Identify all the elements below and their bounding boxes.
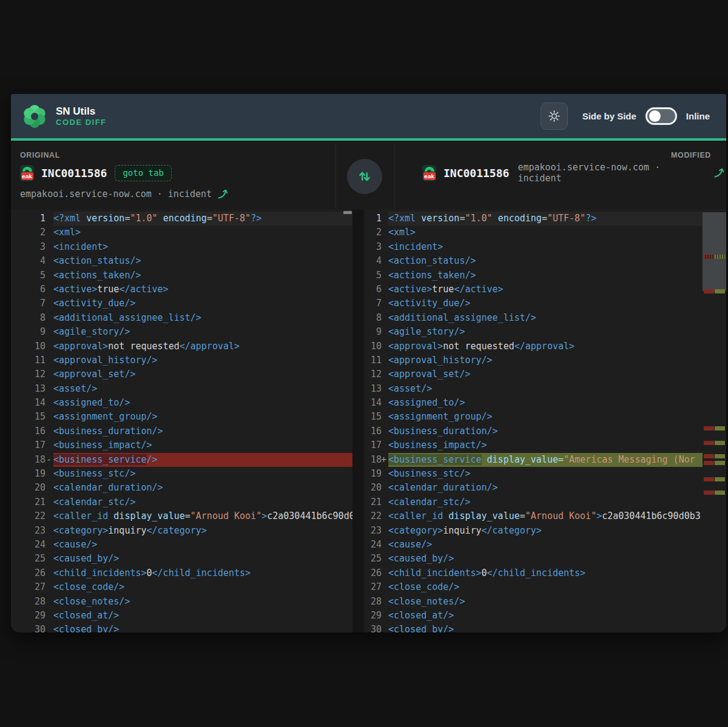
line-number: 10 xyxy=(364,340,388,353)
line-number: 6 xyxy=(364,283,388,296)
code-text: <cause/> xyxy=(388,538,703,552)
code-text: <activity_due/> xyxy=(53,296,352,310)
swap-panels-button[interactable] xyxy=(347,159,382,194)
line-number: 1 xyxy=(364,212,388,226)
view-mode-toggle[interactable] xyxy=(645,107,677,125)
code-line: 23<category>inquiry</category> xyxy=(11,524,352,538)
side-by-side-label[interactable]: Side by Side xyxy=(582,111,636,121)
code-text: <assignment_group/> xyxy=(388,410,703,424)
code-line: 21<calendar_stc/> xyxy=(11,495,352,509)
code-text: <caused_by/> xyxy=(388,552,703,566)
line-number: 12 xyxy=(364,367,388,381)
panel-header-strip: ORIGINAL eak INC0011586 goto tab empakoo… xyxy=(11,143,726,209)
code-text: <incident> xyxy=(388,240,703,254)
line-number: 16 xyxy=(11,424,53,438)
line-number: 23 xyxy=(364,524,388,538)
code-text: <actions_taken/> xyxy=(53,269,352,283)
code-text: <business_impact/> xyxy=(388,438,703,452)
line-number: 19 xyxy=(364,467,388,481)
line-number: 15 xyxy=(364,410,388,424)
line-number: 23 xyxy=(11,524,53,538)
inline-label[interactable]: Inline xyxy=(686,111,710,121)
code-line: 6<active>true</active> xyxy=(11,283,352,296)
line-number: 11 xyxy=(11,353,53,367)
line-number: 11 xyxy=(364,353,388,367)
code-text: <action_status/> xyxy=(53,254,352,268)
code-text: <business_stc/> xyxy=(388,467,703,481)
line-number: 8 xyxy=(364,311,388,325)
code-text: <asset/> xyxy=(53,382,352,396)
instance-favicon: eak xyxy=(422,165,436,181)
code-line: 4<action_status/> xyxy=(11,254,352,268)
code-text: <calendar_duration/> xyxy=(388,481,703,495)
code-line: 29<closed_at/> xyxy=(11,609,352,623)
code-text: <approval_set/> xyxy=(388,367,703,381)
left-scrollbar-thumb[interactable] xyxy=(343,211,352,214)
code-text: <caller_id display_value="Arnoud Kooi">c… xyxy=(388,509,703,523)
line-number: 27 xyxy=(11,580,53,594)
code-line: 19<business_stc/> xyxy=(11,467,352,481)
code-text: <closed_at/> xyxy=(388,609,703,623)
instance-url: empakooi.service-now.com · incident xyxy=(517,162,707,184)
sn-utils-logo-icon xyxy=(22,104,47,129)
code-line: 14<assigned_to/> xyxy=(11,396,352,410)
instance-favicon: eak xyxy=(20,165,34,181)
code-text: <activity_due/> xyxy=(388,296,703,310)
line-number: 17 xyxy=(11,438,53,452)
code-text: <approval>not requested</approval> xyxy=(53,340,352,353)
line-number: 30 xyxy=(364,623,388,632)
line-number: 14 xyxy=(364,396,388,410)
code-line: 16<business_duration/> xyxy=(364,424,703,438)
code-text: <business_service/> xyxy=(53,453,352,467)
record-number: INC0011586 xyxy=(41,167,107,179)
line-number: 22 xyxy=(364,509,388,523)
code-line: 16<business_duration/> xyxy=(11,424,352,438)
line-number: 2 xyxy=(364,226,388,240)
code-diff-window: SN Utils CODE DIFF Side by Side xyxy=(11,94,726,632)
line-number: 5 xyxy=(11,269,53,283)
code-text: <xml> xyxy=(388,226,703,240)
code-line: 23<category>inquiry</category> xyxy=(364,524,703,538)
diff-sign: - xyxy=(46,453,53,467)
code-text: <active>true</active> xyxy=(388,283,703,296)
code-line: 15<assignment_group/> xyxy=(364,410,703,424)
code-line: 28<close_notes/> xyxy=(364,595,703,609)
open-record-arrow-icon[interactable] xyxy=(713,167,726,179)
code-text: <calendar_stc/> xyxy=(388,495,703,509)
line-number: 21 xyxy=(11,495,53,509)
code-line: 19<business_stc/> xyxy=(364,467,703,481)
code-line: 2<xml> xyxy=(11,226,352,240)
code-line: 28<close_notes/> xyxy=(11,595,352,609)
line-number: 24 xyxy=(11,538,53,552)
code-text: <approval_set/> xyxy=(53,367,352,381)
code-line: 22<caller_id display_value="Arnoud Kooi"… xyxy=(364,509,703,523)
code-line: 3<incident> xyxy=(364,240,703,254)
right-scrollbar-thumb[interactable] xyxy=(703,212,726,291)
code-line: 13<asset/> xyxy=(364,382,703,396)
line-number: 26 xyxy=(364,566,388,580)
open-record-arrow-icon[interactable] xyxy=(217,188,230,200)
line-number: 9 xyxy=(364,325,388,339)
code-line: 5<actions_taken/> xyxy=(364,269,703,283)
code-text: <approval>not requested</approval> xyxy=(388,340,703,353)
code-line: 5<actions_taken/> xyxy=(11,269,352,283)
code-line: 1<?xml version="1.0" encoding="UTF-8"?> xyxy=(364,212,703,226)
code-line: 27<close_code/> xyxy=(11,580,352,594)
instance-url: empakooi.service-now.com · incident xyxy=(20,189,212,199)
code-line: 25<caused_by/> xyxy=(364,552,703,566)
code-text: <agile_story/> xyxy=(388,325,703,339)
code-text: <approval_history/> xyxy=(388,353,703,367)
code-text: <additional_assignee_list/> xyxy=(53,311,352,325)
line-number: 21 xyxy=(364,495,388,509)
code-line: 24<cause/> xyxy=(11,538,352,552)
line-number: 18- xyxy=(11,453,53,467)
diff-overview-ruler[interactable] xyxy=(703,209,726,632)
goto-tab-button[interactable]: goto tab xyxy=(115,165,171,181)
app-subtitle: CODE DIFF xyxy=(56,118,107,127)
code-line: 22<caller_id display_value="Arnoud Kooi"… xyxy=(11,509,352,523)
theme-toggle-button[interactable] xyxy=(541,102,568,130)
code-line: 9<agile_story/> xyxy=(364,325,703,339)
code-text: <additional_assignee_list/> xyxy=(388,311,703,325)
line-number: 13 xyxy=(11,382,53,396)
code-line: 2<xml> xyxy=(364,226,703,240)
